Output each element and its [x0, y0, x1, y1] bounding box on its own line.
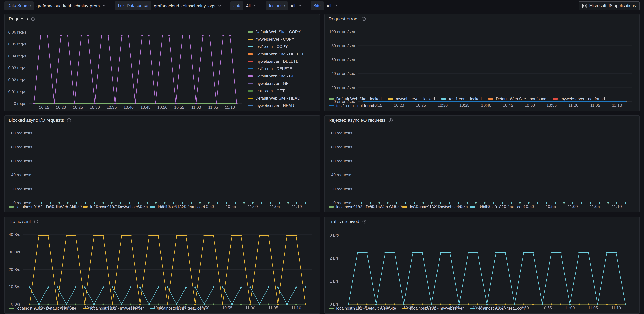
panel-header[interactable]: Rejected async I/O requests [324, 116, 639, 125]
panel-body: 0 requests20 requests40 requests60 reque… [324, 125, 639, 212]
legend-item[interactable]: test1.com - not found [328, 102, 374, 109]
series-color-swatch [82, 206, 88, 208]
datasource-dropdown[interactable]: grafanacloud-keithschmitty-prom [34, 1, 109, 10]
info-icon[interactable] [67, 118, 71, 122]
legend-label: test1.com - GET [255, 89, 285, 93]
legend-item[interactable]: localhost:9182 - Default Web Site [9, 204, 76, 210]
legend-item[interactable]: Default Web Site - GET [248, 72, 316, 80]
legend-item[interactable]: mywebserver - not found [553, 96, 605, 102]
legend-label: test1.com - DELETE [255, 66, 292, 71]
chevron-down-icon [298, 4, 302, 8]
legend-item[interactable]: test1.com - COPY [248, 43, 316, 50]
legend-item[interactable]: localhost:9182 - mywebserver [402, 305, 464, 312]
traffic-sent-chart[interactable]: 0 B/s10 B/s20 B/s30 B/s40 B/s10:1510:201… [8, 226, 316, 305]
legend-label: Default Web Site - COPY [255, 29, 300, 34]
job-dropdown[interactable]: All [243, 1, 260, 10]
variable-site: Site All [310, 1, 340, 10]
traffic-received-legend: localhost:9182 - Default Web Sitelocalho… [328, 305, 636, 313]
svg-text:40 requests: 40 requests [11, 173, 32, 177]
chevron-down-icon [218, 4, 222, 8]
legend-item[interactable]: test1.com - GET [248, 87, 316, 95]
legend-item[interactable]: test1.com - locked [441, 96, 482, 102]
chevron-down-icon [334, 4, 338, 8]
legend-item[interactable]: localhost:9182 - mywebserver [82, 305, 144, 312]
legend-item[interactable]: Default Web Site - DELETE [248, 50, 316, 58]
variable-label: Instance [266, 1, 288, 10]
legend-item[interactable]: Default Web Site - HEAD [248, 95, 316, 102]
iis-applications-button[interactable]: Microsoft IIS applications [578, 1, 640, 10]
dashboard-panels: Requests 0 req/s0.01 req/s0.02 req/s0.03… [0, 11, 644, 314]
panel-title: Requests [9, 16, 28, 21]
info-icon[interactable] [31, 17, 35, 21]
series-color-swatch [150, 206, 155, 208]
legend-item[interactable]: mywebserver - HEAD [248, 102, 316, 109]
series-color-swatch [248, 61, 253, 62]
panel-body: 0 requests20 requests40 requests60 reque… [5, 125, 320, 212]
legend-label: localhost:9182 - mywebserver [90, 204, 144, 210]
site-dropdown[interactable]: All [324, 1, 340, 10]
series-color-swatch [248, 31, 253, 32]
legend-item[interactable]: localhost:9182 - Default Web Site [328, 305, 396, 312]
svg-text:10 B/s: 10 B/s [9, 285, 20, 289]
legend-item[interactable]: localhost:9182 - test1.com [470, 305, 525, 312]
svg-text:100 errors/sec: 100 errors/sec [329, 29, 355, 34]
info-icon[interactable] [388, 118, 393, 122]
chevron-down-icon [253, 4, 257, 8]
instance-dropdown[interactable]: All [288, 1, 304, 10]
legend-label: mywebserver - DELETE [255, 59, 298, 64]
info-icon[interactable] [34, 219, 38, 224]
legend-label: mywebserver - locked [396, 96, 435, 102]
legend-item[interactable]: localhost:9182 - test1.com [150, 204, 205, 210]
legend-label: localhost:9182 - Default Web Site [16, 204, 76, 210]
svg-text:0.03 req/s: 0.03 req/s [8, 66, 26, 70]
svg-text:0.05 req/s: 0.05 req/s [8, 42, 26, 46]
requests-chart[interactable]: 0 req/s0.01 req/s0.02 req/s0.03 req/s0.0… [8, 23, 246, 111]
series-color-swatch [328, 308, 334, 309]
svg-text:1 B/s: 1 B/s [330, 279, 338, 284]
legend-item[interactable]: localhost:9182 - Default Web Site [328, 204, 396, 210]
panel-header[interactable]: Blocked async I/O requests [5, 116, 320, 125]
legend-item[interactable]: localhost:9182 - mywebserver [82, 204, 144, 210]
job-value: All [246, 3, 251, 8]
panel-header[interactable]: Traffic sent [5, 217, 320, 226]
legend-item[interactable]: Default Web Site - COPY [248, 28, 316, 35]
legend-item[interactable]: localhost:9182 - test1.com [150, 305, 205, 312]
requests-legend: Default Web Site - COPYmywebserver - COP… [246, 23, 316, 111]
series-color-swatch [248, 90, 253, 92]
legend-item[interactable]: mywebserver - COPY [248, 35, 316, 43]
svg-text:10:25: 10:25 [73, 105, 83, 109]
svg-text:20 requests: 20 requests [11, 187, 32, 191]
legend-label: localhost:9182 - mywebserver [410, 204, 464, 210]
legend-item[interactable]: mywebserver - DELETE [248, 58, 316, 65]
legend-item[interactable]: Default Web Site - not found [488, 96, 546, 102]
svg-text:20 B/s: 20 B/s [9, 267, 20, 272]
legend-item[interactable]: mywebserver - locked [388, 96, 435, 102]
blocked-async-io-chart[interactable]: 0 requests20 requests40 requests60 reque… [8, 125, 316, 203]
dashboard-controls-bar: Data Source grafanacloud-keithschmitty-p… [0, 0, 644, 11]
panel-header[interactable]: Requests [5, 14, 320, 23]
legend-item[interactable]: localhost:9182 - test1.com [470, 204, 525, 210]
traffic-sent-legend: localhost:9182 - Default Web Sitelocalho… [8, 305, 316, 313]
series-color-swatch [248, 68, 253, 69]
series-color-swatch [402, 308, 408, 309]
info-icon[interactable] [362, 219, 367, 224]
series-color-swatch [150, 308, 155, 309]
traffic-received-chart[interactable]: 0 B/s1 B/s2 B/s3 B/s10:1510:2010:2510:30… [328, 226, 636, 305]
legend-item[interactable]: localhost:9182 - mywebserver [402, 204, 464, 210]
panel-requests: Requests 0 req/s0.01 req/s0.02 req/s0.03… [4, 14, 320, 111]
panel-header[interactable]: Traffic received [324, 217, 639, 226]
svg-text:10:45: 10:45 [140, 105, 150, 109]
legend-item[interactable]: test1.com - DELETE [248, 65, 316, 72]
legend-item[interactable]: localhost:9182 - Default Web Site [9, 305, 76, 312]
loki-datasource-dropdown[interactable]: grafanacloud-keithschmitty-logs [151, 1, 224, 10]
info-icon[interactable] [362, 17, 366, 21]
panel-body: 0 B/s1 B/s2 B/s3 B/s10:1510:2010:2510:30… [324, 226, 639, 313]
grafana-dashboard: Data Source grafanacloud-keithschmitty-p… [0, 0, 644, 314]
legend-item[interactable]: Default Web Site - locked [328, 96, 382, 102]
legend-item[interactable]: mywebserver - GET [248, 80, 316, 87]
request-errors-chart[interactable]: 0 errors/sec20 errors/sec40 errors/sec60… [328, 23, 636, 95]
panel-header[interactable]: Request errors [324, 14, 639, 23]
rejected-async-io-chart[interactable]: 0 requests20 requests40 requests60 reque… [328, 125, 636, 203]
panel-title: Rejected async I/O requests [328, 118, 386, 123]
legend-label: localhost:9182 - test1.com [478, 204, 525, 210]
